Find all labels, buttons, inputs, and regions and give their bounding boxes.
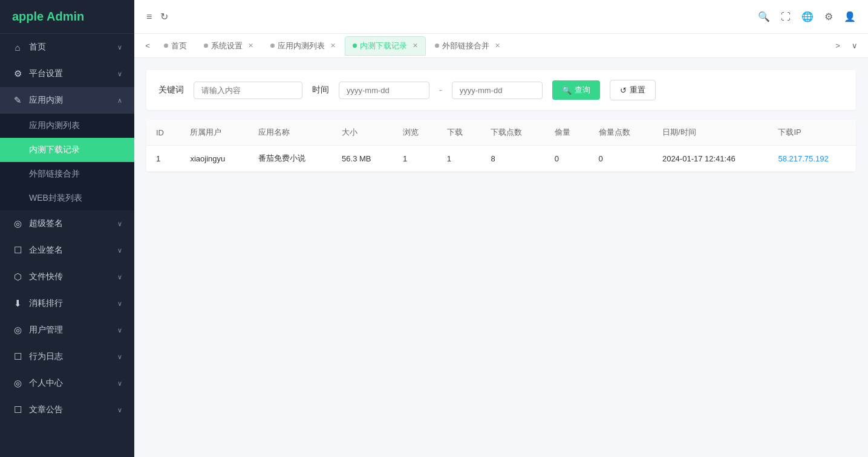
sidebar-label-usermgmt: 用户管理 [29, 325, 63, 335]
cell-views: 1 [393, 146, 437, 172]
sidebar-label-home: 首页 [29, 42, 46, 53]
sidebar-item-apptest[interactable]: ✎ 应用内测 ∧ [0, 87, 134, 114]
sidebar-logo: apple Admin [0, 0, 134, 34]
col-views: 浏览 [393, 120, 437, 146]
ip-link[interactable]: 58.217.75.192 [778, 154, 828, 163]
sidebar-item-platform[interactable]: ⚙ 平台设置 ∨ [0, 60, 134, 87]
chevron-icon-platform: ∨ [117, 70, 122, 78]
article-icon: ☐ [12, 404, 23, 415]
topbar-left: ≡ ↻ [146, 11, 168, 22]
settings-icon[interactable]: ⚙ [824, 11, 833, 22]
sidebar-item-filetransfer[interactable]: ⬡ 文件快传 ∨ [0, 264, 134, 290]
sidebar-label-apptest: 应用内测 [29, 95, 63, 106]
sidebar-item-behaviorlog[interactable]: ☐ 行为日志 ∨ [0, 343, 134, 370]
chevron-icon-apptest: ∧ [117, 97, 122, 105]
date-start-input[interactable] [339, 82, 429, 99]
tab-label-externalmerge: 外部链接合并 [442, 41, 489, 51]
col-appname: 应用名称 [249, 120, 332, 146]
search-button[interactable]: 🔍 查询 [552, 80, 600, 100]
table-body: 1 xiaojingyu 番茄免费小说 56.3 MB 1 1 8 0 0 20… [146, 146, 856, 172]
data-table-container: ID 所属用户 应用名称 大小 浏览 下载 下载点数 偷量 偷量点数 日期/时间… [146, 120, 856, 172]
col-downloads: 下载 [437, 120, 481, 146]
tab-sysconfig[interactable]: 系统设置 ✕ [196, 36, 261, 56]
col-ip: 下载IP [768, 120, 856, 146]
chevron-icon-behaviorlog: ∨ [117, 353, 122, 361]
cell-datetime: 2024-01-17 12:41:46 [653, 146, 769, 172]
sidebar-item-home[interactable]: ⌂ 首页 ∨ [0, 34, 134, 60]
fullscreen-icon[interactable]: ⛶ [781, 11, 791, 22]
keyword-input[interactable] [194, 82, 302, 99]
tabs-list: 首页 系统设置 ✕ 应用内测列表 ✕ 内测下载记录 ✕ 外部链接合并 ✕ [156, 36, 829, 56]
tab-downloadrecord[interactable]: 内测下载记录 ✕ [345, 36, 426, 56]
sidebar-item-supersign[interactable]: ◎ 超级签名 ∨ [0, 210, 134, 237]
tab-dot-externalmerge [435, 44, 439, 48]
table-header: ID 所属用户 应用名称 大小 浏览 下载 下载点数 偷量 偷量点数 日期/时间… [146, 120, 856, 146]
chevron-icon-enterprise: ∨ [117, 247, 122, 254]
sidebar-label-article: 文章公告 [29, 404, 63, 415]
sidebar-submenu-apptest: 应用内测列表 内测下载记录 外部链接合并 WEB封装列表 [0, 114, 134, 210]
edit-icon: ✎ [12, 95, 23, 106]
col-download-points: 下载点数 [481, 120, 544, 146]
tab-home[interactable]: 首页 [156, 36, 195, 56]
gear-icon: ⚙ [12, 68, 23, 79]
refresh-icon[interactable]: ↻ [160, 11, 168, 22]
tab-dropdown-button[interactable]: ∨ [846, 37, 863, 54]
sidebar-item-article[interactable]: ☐ 文章公告 ∨ [0, 397, 134, 423]
tab-externalmerge[interactable]: 外部链接合并 ✕ [427, 36, 508, 56]
chevron-icon-usercenter: ∨ [117, 380, 122, 387]
cell-size: 56.3 MB [332, 146, 393, 172]
chevron-icon-usermgmt: ∨ [117, 326, 122, 334]
file-icon: ⬡ [12, 271, 23, 282]
sidebar-label-filetransfer: 文件快传 [29, 271, 63, 282]
data-table: ID 所属用户 应用名称 大小 浏览 下载 下载点数 偷量 偷量点数 日期/时间… [146, 120, 856, 172]
tab-apptestlist[interactable]: 应用内测列表 ✕ [263, 36, 344, 56]
topbar: ≡ ↻ 🔍 ⛶ 🌐 ⚙ 👤 [134, 0, 868, 34]
col-id: ID [146, 120, 180, 146]
col-steal: 偷量 [545, 120, 589, 146]
user-icon: ◎ [12, 325, 23, 335]
topbar-right: 🔍 ⛶ 🌐 ⚙ 👤 [758, 11, 856, 22]
content-area: 关键词 时间 - 🔍 查询 ↺ 重置 ID 所属用户 [134, 58, 868, 457]
tab-dot-downloadrecord [353, 44, 357, 48]
chevron-icon-filetransfer: ∨ [117, 273, 122, 281]
search-icon[interactable]: 🔍 [758, 11, 770, 22]
tab-next-button[interactable]: > [829, 37, 846, 54]
sidebar-item-enterprisesign[interactable]: ☐ 企业签名 ∨ [0, 237, 134, 264]
tab-label-downloadrecord: 内测下载记录 [360, 41, 407, 51]
tab-label-home: 首页 [171, 41, 187, 51]
tab-label-apptestlist: 应用内测列表 [278, 41, 325, 51]
chevron-icon-article: ∨ [117, 406, 122, 414]
cell-appname: 番茄免费小说 [249, 146, 332, 172]
tab-close-sysconfig[interactable]: ✕ [248, 42, 253, 50]
reset-button[interactable]: ↺ 重置 [610, 80, 656, 100]
sidebar-label-supersign: 超级签名 [29, 218, 63, 229]
user-profile-icon[interactable]: 👤 [844, 11, 856, 22]
col-size: 大小 [332, 120, 393, 146]
tab-close-downloadrecord[interactable]: ✕ [413, 42, 418, 50]
tab-label-sysconfig: 系统设置 [211, 41, 243, 51]
sidebar-label-consume: 消耗排行 [29, 298, 63, 309]
tab-prev-button[interactable]: < [139, 37, 156, 54]
tab-close-apptestlist[interactable]: ✕ [330, 42, 336, 50]
sidebar-item-usercenter[interactable]: ◎ 个人中心 ∨ [0, 370, 134, 397]
sidebar-item-apptest-list[interactable]: 应用内测列表 [0, 114, 134, 138]
time-label: 时间 [312, 85, 329, 96]
date-end-input[interactable] [452, 82, 543, 99]
menu-toggle-icon[interactable]: ≡ [146, 11, 152, 22]
sidebar-item-consume[interactable]: ⬇ 消耗排行 ∨ [0, 290, 134, 317]
tab-close-externalmerge[interactable]: ✕ [495, 42, 500, 50]
sidebar-item-apptest-web[interactable]: WEB封装列表 [0, 186, 134, 210]
cell-id: 1 [146, 146, 180, 172]
sidebar-item-usermgmt[interactable]: ◎ 用户管理 ∨ [0, 317, 134, 343]
filter-bar: 关键词 时间 - 🔍 查询 ↺ 重置 [146, 70, 856, 110]
date-separator: - [439, 85, 442, 95]
tab-dot-sysconfig [204, 44, 208, 48]
sidebar-item-apptest-download[interactable]: 内测下载记录 [0, 138, 134, 162]
sidebar-item-apptest-external[interactable]: 外部链接合并 [0, 162, 134, 186]
consume-icon: ⬇ [12, 298, 23, 309]
globe-icon[interactable]: 🌐 [801, 11, 814, 22]
col-user: 所属用户 [180, 120, 249, 146]
chevron-icon-consume: ∨ [117, 300, 122, 308]
sidebar-nav: ⌂ 首页 ∨ ⚙ 平台设置 ∨ ✎ 应用内测 ∧ 应用内测列表 内测下载记录 外… [0, 34, 134, 457]
cell-steal-points: 0 [589, 146, 653, 172]
